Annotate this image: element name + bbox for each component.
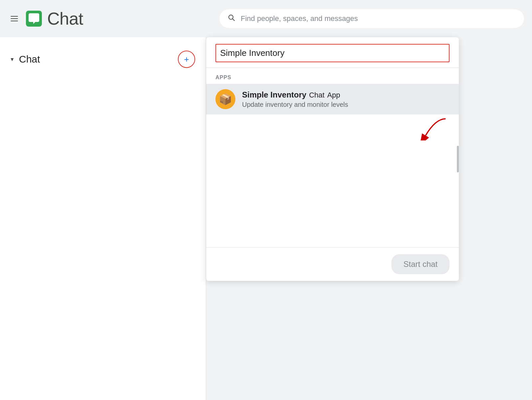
new-chat-dropdown: APPS 📦 Simple Inventory Chat App Update …	[206, 37, 459, 281]
dropdown-search-area	[206, 37, 459, 68]
add-chat-button[interactable]: +	[178, 51, 195, 68]
result-type-chat: Chat	[309, 91, 324, 100]
header-left: Chat	[8, 9, 214, 29]
svg-line-2	[233, 19, 235, 21]
result-name-row: Simple Inventory Chat App	[242, 90, 450, 100]
search-result-item[interactable]: 📦 Simple Inventory Chat App Update inven…	[206, 84, 459, 114]
red-arrow-annotation	[416, 117, 449, 140]
sidebar-chat-label[interactable]: ▾ Chat	[11, 54, 40, 65]
plus-icon: +	[184, 54, 189, 65]
result-app-name: Simple Inventory	[242, 90, 306, 100]
search-bar[interactable]: Find people, spaces, and messages	[219, 9, 524, 28]
search-icon	[227, 14, 235, 24]
apps-section-label: APPS	[206, 68, 459, 84]
header: Chat Find people, spaces, and messages	[0, 0, 532, 37]
hamburger-menu-button[interactable]	[8, 13, 21, 24]
dropdown-footer: Start chat	[206, 248, 459, 281]
box-emoji-icon: 📦	[219, 93, 232, 105]
chevron-down-icon: ▾	[11, 56, 14, 63]
search-placeholder: Find people, spaces, and messages	[241, 14, 358, 23]
result-info: Simple Inventory Chat App Update invento…	[242, 90, 450, 108]
sidebar-chat-section: ▾ Chat +	[0, 45, 206, 73]
main-layout: ▾ Chat + APPS 📦 Simple Inventory Chat	[0, 37, 532, 400]
result-type-app: App	[327, 91, 340, 100]
sidebar-chat-text: Chat	[19, 54, 40, 65]
app-title: Chat	[47, 9, 83, 29]
chat-logo-icon	[26, 11, 42, 27]
chat-search-input[interactable]	[215, 44, 450, 62]
start-chat-button[interactable]: Start chat	[391, 254, 450, 274]
app-result-icon: 📦	[215, 89, 235, 109]
result-description: Update inventory and monitor levels	[242, 101, 450, 108]
sidebar: ▾ Chat +	[0, 37, 206, 400]
scroll-indicator	[457, 146, 459, 172]
